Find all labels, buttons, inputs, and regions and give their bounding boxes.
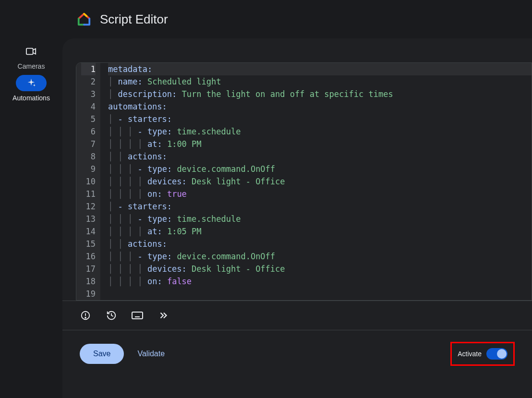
chevron-double-right-icon [158, 310, 169, 321]
code-line[interactable]: │ │ │ │ at: 1:05 PM [108, 225, 532, 238]
code-line[interactable]: │ │ │ - type: device.command.OnOff [108, 163, 532, 175]
activate-toggle[interactable] [486, 348, 508, 360]
code-line[interactable]: │ │ actions: [108, 150, 532, 163]
code-line[interactable]: │ - starters: [108, 113, 532, 125]
save-button[interactable]: Save [80, 344, 124, 364]
svg-rect-0 [26, 48, 33, 55]
history-button[interactable] [106, 310, 117, 321]
code-line[interactable]: │ │ │ │ at: 1:00 PM [108, 138, 532, 150]
code-line[interactable]: │ │ │ │ on: false [108, 275, 532, 288]
code-line[interactable]: │ name: Scheduled light [108, 75, 532, 88]
code-line[interactable]: │ │ actions: [108, 238, 532, 250]
sidebar-item-label: Automations [12, 94, 50, 102]
code-line[interactable]: │ │ │ - type: device.command.OnOff [108, 250, 532, 263]
code-line[interactable]: metadata: [108, 63, 532, 75]
code-line[interactable]: automations: [108, 100, 532, 113]
history-icon [106, 310, 117, 321]
expand-button[interactable] [157, 310, 169, 321]
line-gutter: 12345678910111213141516171819 [76, 63, 100, 300]
footer: Save Validate Activate [62, 330, 532, 377]
validate-button[interactable]: Validate [137, 350, 165, 358]
code-line[interactable]: │ - starters: [108, 200, 532, 213]
activate-highlight: Activate [450, 342, 515, 366]
code-line[interactable]: │ │ │ │ on: true [108, 188, 532, 200]
code-line[interactable]: │ │ │ - type: time.schedule [108, 125, 532, 138]
activate-label: Activate [458, 350, 482, 358]
sparkle-icon [26, 78, 36, 88]
sidebar-item-cameras[interactable]: Cameras [16, 43, 47, 70]
code-line[interactable]: │ │ │ - type: time.schedule [108, 213, 532, 225]
sidebar-item-label: Cameras [18, 62, 45, 70]
topbar: Script Editor [62, 0, 532, 38]
sidebar: Cameras Automations [0, 0, 62, 398]
keyboard-button[interactable] [132, 310, 143, 321]
camera-icon [26, 48, 36, 55]
errors-button[interactable] [80, 310, 91, 321]
code-line[interactable]: │ │ │ │ devices: Desk light - Office [108, 175, 532, 188]
code-line[interactable] [108, 288, 532, 300]
svg-rect-4 [132, 312, 143, 319]
code-line[interactable]: │ │ │ │ devices: Desk light - Office [108, 263, 532, 275]
error-icon [80, 310, 91, 321]
code-line[interactable]: │ description: Turn the light on and off… [108, 88, 532, 100]
keyboard-icon [132, 311, 143, 320]
code-editor[interactable]: 12345678910111213141516171819 metadata:│… [76, 62, 532, 301]
svg-point-3 [85, 317, 86, 318]
code-area[interactable]: metadata:│ name: Scheduled light│ descri… [100, 63, 532, 300]
page-title: Script Editor [100, 12, 168, 27]
google-home-logo-icon [77, 12, 91, 26]
editor-toolbar [62, 301, 532, 330]
sidebar-item-automations[interactable]: Automations [12, 75, 50, 102]
